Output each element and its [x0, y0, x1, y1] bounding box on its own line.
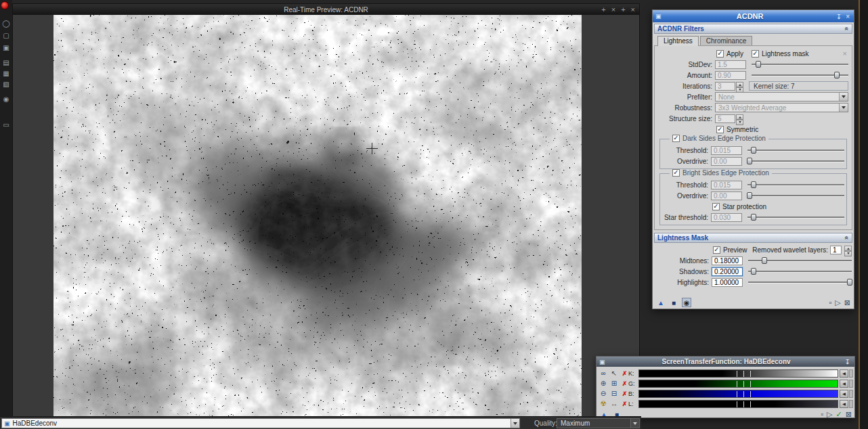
stf-handle[interactable] [737, 391, 737, 397]
midtones-slider[interactable] [748, 256, 852, 265]
stf-handle[interactable] [743, 401, 744, 407]
slider-knob[interactable] [751, 147, 756, 154]
rail-icon-8[interactable]: ▭ [1, 120, 11, 130]
spin-up-icon[interactable] [844, 246, 852, 251]
pointer-icon[interactable]: ↖ [609, 368, 620, 378]
track-view-icon[interactable]: ▷ [827, 410, 832, 419]
rail-icon-5[interactable]: ▦ [1, 69, 11, 78]
tab-lightness[interactable]: Lightness [657, 36, 699, 46]
reset-channel-icon[interactable]: ✗ [621, 401, 628, 407]
slider-knob[interactable] [762, 257, 767, 264]
reset-channel-icon[interactable]: ✗ [621, 380, 628, 387]
acdnr-filters-section-header[interactable]: ACDNR Filters « [654, 24, 852, 34]
lightness-mask-section-header[interactable]: Lightness Mask « [654, 233, 852, 243]
iterations-spinner[interactable] [736, 82, 743, 91]
slider-knob[interactable] [751, 268, 756, 275]
stddev-field[interactable] [715, 60, 746, 69]
stf-handle[interactable] [750, 381, 751, 387]
bright-sides-legend[interactable]: ✓ Bright Sides Edge Protection [670, 169, 772, 177]
stf-handle[interactable] [750, 371, 751, 377]
dark-sides-legend[interactable]: ✓ Dark Sides Edge Protection [670, 135, 768, 142]
collapse-icon[interactable]: « [844, 236, 851, 240]
stddev-slider[interactable] [752, 60, 848, 68]
new-instance-icon[interactable]: ▲ [656, 298, 666, 307]
detach-button[interactable]: + [621, 4, 625, 15]
stf-gradient-k[interactable] [638, 369, 838, 378]
bright-overdrive-slider[interactable] [747, 191, 844, 200]
rail-icon-7[interactable]: ◉ [1, 95, 11, 104]
stf-gradient-g[interactable] [638, 380, 838, 388]
apply-checkbox[interactable]: ✓ Apply [716, 50, 743, 58]
channel-sliver[interactable] [849, 390, 853, 398]
stf-gradient-b[interactable] [638, 390, 838, 398]
channel-sliver[interactable] [849, 400, 853, 408]
amount-field[interactable] [715, 71, 746, 80]
prefilter-combo[interactable]: None [715, 92, 848, 101]
rail-icon-1[interactable]: ◯ [1, 19, 11, 28]
view-selector[interactable]: ▣ HaDBEdeconv [1, 418, 520, 428]
lightness-mask-checkbox[interactable]: ✓ Lightness mask [752, 50, 808, 58]
chevron-down-icon[interactable] [630, 419, 639, 428]
spin-down-icon[interactable] [736, 120, 743, 125]
rail-icon-6[interactable]: ▧ [1, 80, 11, 89]
realtime-preview-icon[interactable]: ◉ [682, 298, 691, 307]
slider-knob[interactable] [847, 279, 852, 286]
star-protection-checkbox[interactable]: ✓ Star protection [712, 203, 766, 210]
channel-readout-button[interactable]: ◀ [840, 390, 848, 398]
spin-up-icon[interactable] [736, 114, 743, 120]
shadows-slider[interactable] [748, 267, 852, 275]
rail-icon-3[interactable]: ▣ [1, 43, 11, 53]
checkbox[interactable]: ✓ [752, 50, 759, 58]
rail-icon-4[interactable]: ▤ [1, 58, 11, 68]
enable-stf-icon[interactable]: ✓ [836, 410, 842, 419]
stf-handle[interactable] [750, 401, 751, 407]
checkbox[interactable]: ✓ [672, 169, 680, 177]
reset-channel-icon[interactable]: ✗ [621, 390, 628, 397]
auto-stretch-icon[interactable]: ☢ [598, 399, 609, 409]
channel-sliver[interactable] [849, 369, 853, 378]
slider-knob[interactable] [834, 72, 840, 78]
mask-preview-checkbox[interactable]: ✓ Preview [713, 246, 747, 254]
chevron-down-icon[interactable] [511, 419, 519, 428]
zoom-in-button[interactable]: + [601, 4, 605, 15]
slider-knob[interactable] [747, 158, 752, 164]
highlights-slider[interactable] [748, 278, 852, 286]
close-icon[interactable]: × [611, 4, 615, 15]
apply-instance-icon[interactable]: ■ [669, 298, 678, 307]
bright-overdrive-field[interactable] [711, 191, 742, 200]
chevron-down-icon[interactable] [839, 104, 848, 112]
stf-handle[interactable] [743, 371, 744, 377]
dark-overdrive-field[interactable] [711, 157, 742, 166]
dark-overdrive-slider[interactable] [747, 157, 844, 165]
checkbox[interactable]: ✓ [713, 246, 720, 254]
resize-icon[interactable]: ↔ [609, 399, 620, 409]
stf-handle[interactable] [743, 381, 744, 387]
close-icon[interactable]: × [846, 13, 850, 20]
workspace-separator[interactable] [859, 0, 860, 429]
structure-size-spinner[interactable] [736, 114, 743, 123]
reset-icon[interactable]: ⊠ [844, 298, 850, 307]
stf-gradient-l[interactable] [638, 400, 838, 408]
channel-readout-button[interactable]: ◀ [840, 369, 848, 378]
acdnr-titlebar[interactable]: ▣ ACDNR ↧ × [653, 10, 854, 22]
symmetric-checkbox[interactable]: ✓ Symmetric [716, 126, 758, 133]
stf-handle[interactable] [750, 391, 751, 397]
structure-size-field[interactable] [715, 114, 735, 123]
close-icon-2[interactable]: × [631, 4, 635, 15]
checkbox[interactable]: ✓ [672, 135, 680, 142]
zoom-in-icon[interactable]: ⊕ [598, 378, 609, 388]
shadows-field[interactable] [712, 267, 743, 276]
documentation-icon[interactable]: ▫ [829, 298, 831, 307]
collapse-icon[interactable]: « [844, 27, 851, 31]
preview-titlebar[interactable]: Real-Time Preview: ACDNR + × + × [13, 4, 639, 15]
dark-threshold-field[interactable] [711, 146, 742, 155]
stf-handle[interactable] [737, 401, 737, 407]
highlights-field[interactable] [712, 278, 743, 287]
spin-up-icon[interactable] [736, 82, 743, 87]
quality-selector[interactable]: Maximum [557, 418, 640, 428]
slider-knob[interactable] [747, 192, 752, 199]
pin-icon[interactable]: ↧ [836, 13, 842, 20]
slider-knob[interactable] [756, 61, 761, 68]
checkbox[interactable]: ✓ [716, 126, 724, 133]
dim-close-icon[interactable]: × [843, 49, 848, 58]
